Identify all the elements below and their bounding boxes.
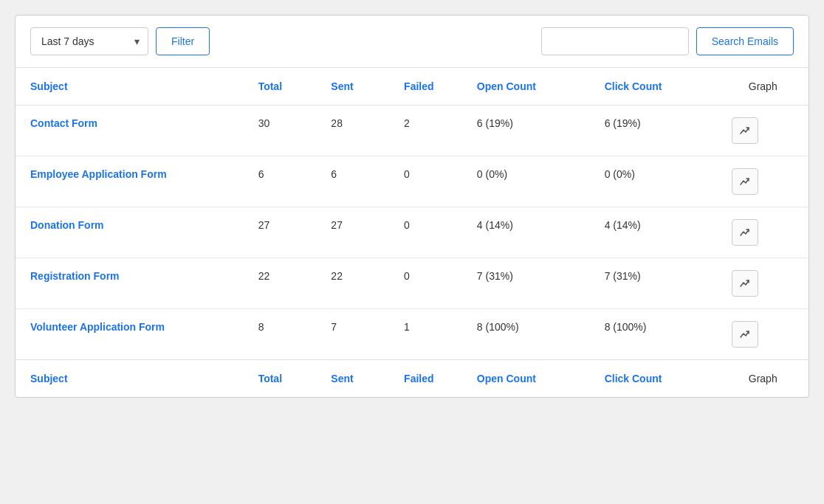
- date-select-wrapper: Last 7 days Last 30 days Last 90 days Al…: [30, 27, 148, 55]
- cell-failed: 0: [389, 258, 462, 309]
- table-row: Contact Form302826 (19%)6 (19%): [16, 106, 808, 156]
- cell-failed: 0: [389, 207, 462, 258]
- col-header-graph: Graph: [717, 68, 808, 106]
- cell-graph: [717, 207, 808, 258]
- graph-button[interactable]: [732, 117, 758, 144]
- toolbar: Last 7 days Last 30 days Last 90 days Al…: [16, 15, 808, 68]
- filter-button[interactable]: Filter: [156, 27, 210, 55]
- search-input[interactable]: [541, 27, 689, 55]
- cell-failed: 1: [389, 309, 462, 360]
- col-header-sent: Sent: [316, 68, 389, 106]
- cell-subject: Employee Application Form: [16, 156, 244, 207]
- cell-sent: 7: [316, 309, 389, 360]
- cell-click-count: 7 (31%): [590, 258, 718, 309]
- search-emails-button[interactable]: Search Emails: [696, 27, 794, 55]
- cell-total: 6: [244, 156, 317, 207]
- table-header-row: Subject Total Sent Failed Open Count Cli…: [16, 68, 808, 106]
- cell-total: 8: [244, 309, 317, 360]
- cell-subject: Registration Form: [16, 258, 244, 309]
- col-footer-sent: Sent: [316, 360, 389, 398]
- cell-open-count: 6 (19%): [462, 106, 590, 156]
- cell-click-count: 6 (19%): [590, 106, 718, 156]
- table-row: Employee Application Form6600 (0%)0 (0%): [16, 156, 808, 207]
- col-footer-subject: Subject: [16, 360, 244, 398]
- col-footer-graph: Graph: [717, 360, 808, 398]
- table-footer-row: Subject Total Sent Failed Open Count Cli…: [16, 360, 808, 398]
- cell-sent: 27: [316, 207, 389, 258]
- graph-button[interactable]: [732, 270, 758, 297]
- col-footer-failed: Failed: [389, 360, 462, 398]
- email-stats-table: Subject Total Sent Failed Open Count Cli…: [16, 68, 808, 397]
- cell-total: 22: [244, 258, 317, 309]
- cell-open-count: 0 (0%): [462, 156, 590, 207]
- main-container: Last 7 days Last 30 days Last 90 days Al…: [15, 15, 809, 398]
- graph-button[interactable]: [732, 168, 758, 195]
- cell-graph: [717, 309, 808, 360]
- col-header-open-count: Open Count: [462, 68, 590, 106]
- col-footer-open-count: Open Count: [462, 360, 590, 398]
- cell-graph: [717, 258, 808, 309]
- cell-open-count: 7 (31%): [462, 258, 590, 309]
- cell-sent: 6: [316, 156, 389, 207]
- cell-sent: 28: [316, 106, 389, 156]
- cell-subject: Volunteer Application Form: [16, 309, 244, 360]
- cell-click-count: 0 (0%): [590, 156, 718, 207]
- cell-failed: 2: [389, 106, 462, 156]
- cell-total: 30: [244, 106, 317, 156]
- table-row: Registration Form222207 (31%)7 (31%): [16, 258, 808, 309]
- graph-button[interactable]: [732, 219, 758, 246]
- col-footer-click-count: Click Count: [590, 360, 718, 398]
- cell-failed: 0: [389, 156, 462, 207]
- graph-button[interactable]: [732, 321, 758, 348]
- cell-subject: Contact Form: [16, 106, 244, 156]
- cell-open-count: 4 (14%): [462, 207, 590, 258]
- cell-click-count: 4 (14%): [590, 207, 718, 258]
- col-header-total: Total: [244, 68, 317, 106]
- col-header-subject: Subject: [16, 68, 244, 106]
- table-row: Donation Form272704 (14%)4 (14%): [16, 207, 808, 258]
- col-footer-total: Total: [244, 360, 317, 398]
- date-select[interactable]: Last 7 days Last 30 days Last 90 days Al…: [30, 27, 148, 55]
- table-row: Volunteer Application Form8718 (100%)8 (…: [16, 309, 808, 360]
- cell-graph: [717, 156, 808, 207]
- cell-subject: Donation Form: [16, 207, 244, 258]
- cell-total: 27: [244, 207, 317, 258]
- cell-click-count: 8 (100%): [590, 309, 718, 360]
- col-header-failed: Failed: [389, 68, 462, 106]
- cell-sent: 22: [316, 258, 389, 309]
- cell-graph: [717, 106, 808, 156]
- cell-open-count: 8 (100%): [462, 309, 590, 360]
- col-header-click-count: Click Count: [590, 68, 718, 106]
